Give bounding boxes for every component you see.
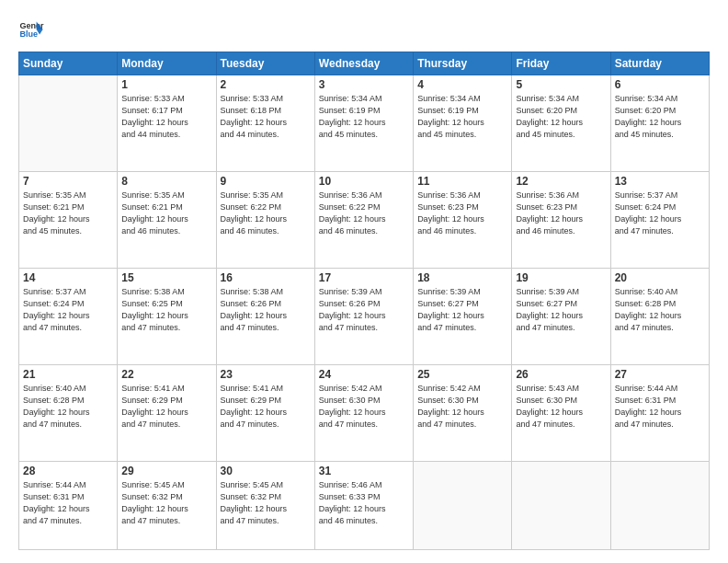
week-row-1: 1Sunrise: 5:33 AM Sunset: 6:17 PM Daylig… <box>19 75 710 172</box>
day-info: Sunrise: 5:45 AM Sunset: 6:32 PM Dayligh… <box>121 479 211 527</box>
week-row-5: 28Sunrise: 5:44 AM Sunset: 6:31 PM Dayli… <box>19 461 710 549</box>
day-info: Sunrise: 5:43 AM Sunset: 6:30 PM Dayligh… <box>516 383 606 431</box>
day-info: Sunrise: 5:39 AM Sunset: 6:27 PM Dayligh… <box>516 286 606 334</box>
day-number: 26 <box>516 368 606 381</box>
day-info: Sunrise: 5:45 AM Sunset: 6:32 PM Dayligh… <box>221 479 311 527</box>
day-info: Sunrise: 5:34 AM Sunset: 6:20 PM Dayligh… <box>615 93 705 141</box>
day-info: Sunrise: 5:46 AM Sunset: 6:33 PM Dayligh… <box>319 479 409 527</box>
day-cell: 5Sunrise: 5:34 AM Sunset: 6:20 PM Daylig… <box>512 75 610 172</box>
day-cell: 7Sunrise: 5:35 AM Sunset: 6:21 PM Daylig… <box>19 171 118 268</box>
day-info: Sunrise: 5:41 AM Sunset: 6:29 PM Dayligh… <box>121 383 211 431</box>
day-number: 25 <box>417 368 507 381</box>
col-header-tuesday: Tuesday <box>216 52 314 75</box>
day-info: Sunrise: 5:39 AM Sunset: 6:26 PM Dayligh… <box>319 286 409 334</box>
day-number: 24 <box>319 368 409 381</box>
day-info: Sunrise: 5:36 AM Sunset: 6:23 PM Dayligh… <box>417 190 507 237</box>
day-cell: 4Sunrise: 5:34 AM Sunset: 6:19 PM Daylig… <box>414 75 512 172</box>
day-info: Sunrise: 5:34 AM Sunset: 6:20 PM Dayligh… <box>516 93 606 141</box>
day-number: 13 <box>615 175 705 188</box>
day-info: Sunrise: 5:35 AM Sunset: 6:22 PM Dayligh… <box>221 190 311 237</box>
day-number: 2 <box>221 78 311 91</box>
col-header-saturday: Saturday <box>610 52 709 75</box>
day-number: 5 <box>516 78 606 91</box>
day-info: Sunrise: 5:44 AM Sunset: 6:31 PM Dayligh… <box>615 383 705 431</box>
day-cell: 17Sunrise: 5:39 AM Sunset: 6:26 PM Dayli… <box>314 268 413 364</box>
day-info: Sunrise: 5:35 AM Sunset: 6:21 PM Dayligh… <box>23 190 113 237</box>
day-number: 22 <box>121 368 211 381</box>
day-cell: 14Sunrise: 5:37 AM Sunset: 6:24 PM Dayli… <box>19 268 118 364</box>
col-header-thursday: Thursday <box>414 52 512 75</box>
day-cell: 26Sunrise: 5:43 AM Sunset: 6:30 PM Dayli… <box>512 364 610 461</box>
day-info: Sunrise: 5:36 AM Sunset: 6:23 PM Dayligh… <box>516 190 606 237</box>
day-number: 19 <box>516 271 606 284</box>
col-header-friday: Friday <box>512 52 610 75</box>
day-info: Sunrise: 5:38 AM Sunset: 6:25 PM Dayligh… <box>121 286 211 334</box>
day-cell: 10Sunrise: 5:36 AM Sunset: 6:22 PM Dayli… <box>314 171 413 268</box>
day-cell: 1Sunrise: 5:33 AM Sunset: 6:17 PM Daylig… <box>118 75 216 172</box>
day-info: Sunrise: 5:34 AM Sunset: 6:19 PM Dayligh… <box>319 93 409 141</box>
day-number: 27 <box>615 368 705 381</box>
day-cell: 2Sunrise: 5:33 AM Sunset: 6:18 PM Daylig… <box>216 75 314 172</box>
day-info: Sunrise: 5:33 AM Sunset: 6:17 PM Dayligh… <box>121 93 211 141</box>
day-number: 6 <box>615 78 705 91</box>
day-number: 29 <box>121 465 211 477</box>
col-header-wednesday: Wednesday <box>314 52 413 75</box>
day-number: 23 <box>221 368 311 381</box>
page: General Blue SundayMondayTuesdayWednesda… <box>0 0 728 563</box>
day-cell: 24Sunrise: 5:42 AM Sunset: 6:30 PM Dayli… <box>314 364 413 461</box>
day-cell: 19Sunrise: 5:39 AM Sunset: 6:27 PM Dayli… <box>512 268 610 364</box>
day-cell: 16Sunrise: 5:38 AM Sunset: 6:26 PM Dayli… <box>216 268 314 364</box>
day-info: Sunrise: 5:44 AM Sunset: 6:31 PM Dayligh… <box>23 479 113 527</box>
day-cell <box>414 461 512 549</box>
day-info: Sunrise: 5:41 AM Sunset: 6:29 PM Dayligh… <box>221 383 311 431</box>
day-number: 20 <box>615 271 705 284</box>
day-cell: 9Sunrise: 5:35 AM Sunset: 6:22 PM Daylig… <box>216 171 314 268</box>
day-number: 30 <box>221 465 311 477</box>
day-cell: 25Sunrise: 5:42 AM Sunset: 6:30 PM Dayli… <box>414 364 512 461</box>
day-info: Sunrise: 5:34 AM Sunset: 6:19 PM Dayligh… <box>417 93 507 141</box>
day-number: 1 <box>121 78 211 91</box>
day-cell: 6Sunrise: 5:34 AM Sunset: 6:20 PM Daylig… <box>610 75 709 172</box>
day-number: 4 <box>417 78 507 91</box>
week-row-4: 21Sunrise: 5:40 AM Sunset: 6:28 PM Dayli… <box>19 364 710 461</box>
day-info: Sunrise: 5:40 AM Sunset: 6:28 PM Dayligh… <box>23 383 113 431</box>
logo-icon: General Blue <box>18 17 44 42</box>
day-info: Sunrise: 5:39 AM Sunset: 6:27 PM Dayligh… <box>417 286 507 334</box>
day-cell: 11Sunrise: 5:36 AM Sunset: 6:23 PM Dayli… <box>414 171 512 268</box>
day-cell: 23Sunrise: 5:41 AM Sunset: 6:29 PM Dayli… <box>216 364 314 461</box>
day-number: 9 <box>221 175 311 188</box>
day-number: 3 <box>319 78 409 91</box>
calendar-table: SundayMondayTuesdayWednesdayThursdayFrid… <box>18 52 710 550</box>
col-header-monday: Monday <box>118 52 216 75</box>
col-header-sunday: Sunday <box>19 52 118 75</box>
day-info: Sunrise: 5:36 AM Sunset: 6:22 PM Dayligh… <box>319 190 409 237</box>
day-cell: 31Sunrise: 5:46 AM Sunset: 6:33 PM Dayli… <box>314 461 413 549</box>
day-number: 11 <box>417 175 507 188</box>
day-number: 18 <box>417 271 507 284</box>
week-row-2: 7Sunrise: 5:35 AM Sunset: 6:21 PM Daylig… <box>19 171 710 268</box>
day-number: 21 <box>23 368 113 381</box>
day-cell: 3Sunrise: 5:34 AM Sunset: 6:19 PM Daylig… <box>314 75 413 172</box>
logo: General Blue <box>18 17 46 42</box>
header-row: SundayMondayTuesdayWednesdayThursdayFrid… <box>19 52 710 75</box>
day-cell: 29Sunrise: 5:45 AM Sunset: 6:32 PM Dayli… <box>118 461 216 549</box>
day-info: Sunrise: 5:35 AM Sunset: 6:21 PM Dayligh… <box>121 190 211 237</box>
day-cell: 20Sunrise: 5:40 AM Sunset: 6:28 PM Dayli… <box>610 268 709 364</box>
day-number: 10 <box>319 175 409 188</box>
week-row-3: 14Sunrise: 5:37 AM Sunset: 6:24 PM Dayli… <box>19 268 710 364</box>
day-info: Sunrise: 5:33 AM Sunset: 6:18 PM Dayligh… <box>221 93 311 141</box>
day-number: 15 <box>121 271 211 284</box>
day-cell: 30Sunrise: 5:45 AM Sunset: 6:32 PM Dayli… <box>216 461 314 549</box>
day-info: Sunrise: 5:37 AM Sunset: 6:24 PM Dayligh… <box>23 286 113 334</box>
day-cell <box>19 75 118 172</box>
day-number: 16 <box>221 271 311 284</box>
day-cell: 21Sunrise: 5:40 AM Sunset: 6:28 PM Dayli… <box>19 364 118 461</box>
day-cell <box>610 461 709 549</box>
day-number: 14 <box>23 271 113 284</box>
day-cell: 27Sunrise: 5:44 AM Sunset: 6:31 PM Dayli… <box>610 364 709 461</box>
day-cell: 13Sunrise: 5:37 AM Sunset: 6:24 PM Dayli… <box>610 171 709 268</box>
day-number: 31 <box>319 465 409 477</box>
header: General Blue <box>18 17 710 42</box>
day-info: Sunrise: 5:42 AM Sunset: 6:30 PM Dayligh… <box>319 383 409 431</box>
day-number: 12 <box>516 175 606 188</box>
